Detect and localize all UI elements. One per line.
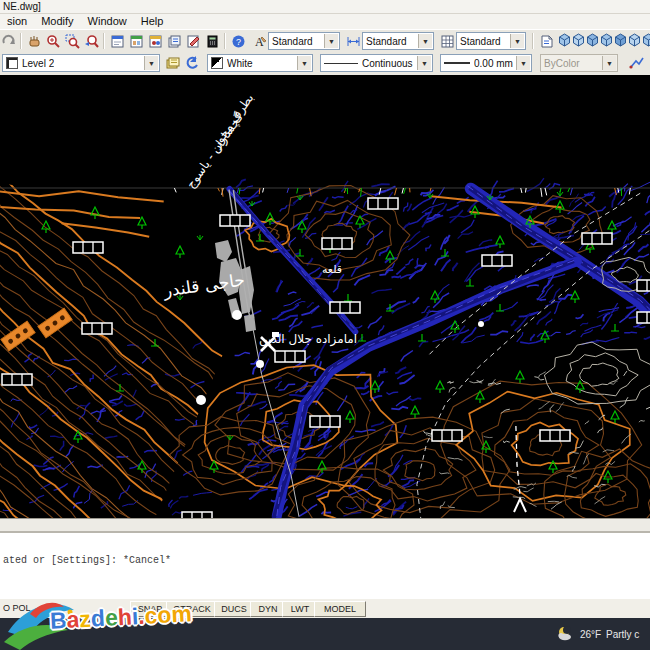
lineweight-sample-icon — [444, 62, 470, 64]
table-style-value: Standard — [460, 36, 501, 47]
standard-toolbar: ? A Standard ▼ Standard ▼ Standard ▼ — [0, 29, 650, 53]
building-block-white — [330, 302, 360, 313]
title-bar[interactable]: NE.dwg] — [0, 0, 650, 14]
status-bar: O POL SNAP OTRACK DUCS DYN LWT MODEL — [0, 598, 650, 619]
view-cube-icon[interactable] — [600, 32, 613, 48]
windows-taskbar: 26°F Partly c — [0, 618, 650, 650]
status-toggle-lwt[interactable]: LWT — [282, 601, 318, 617]
building-block-white — [322, 238, 352, 249]
svg-text:A: A — [255, 35, 264, 49]
status-toggle-otrack[interactable]: OTRACK — [166, 601, 218, 617]
menu-dimension-cropped[interactable]: sion — [0, 14, 34, 29]
command-window[interactable]: ated or [Settings]: *Cancel* — [0, 531, 650, 600]
dim-style-value: Standard — [366, 36, 407, 47]
chevron-down-icon[interactable]: ▼ — [516, 56, 530, 70]
layer-combo[interactable]: Level 2 ▼ — [2, 54, 160, 72]
new-sheet-icon[interactable] — [537, 32, 555, 50]
chevron-down-icon[interactable]: ▼ — [297, 56, 311, 70]
quickcalc-icon[interactable] — [203, 32, 221, 50]
toolbar-separator — [532, 33, 534, 49]
plot-style-value: ByColor — [544, 58, 580, 69]
view-cube-icon[interactable] — [572, 32, 585, 48]
view-cube-icon[interactable] — [558, 32, 571, 48]
designcenter-icon[interactable] — [127, 32, 145, 50]
building-block-white — [2, 374, 32, 385]
building-block-white — [637, 280, 650, 291]
chevron-down-icon[interactable]: ▼ — [417, 56, 431, 70]
chevron-down-icon[interactable]: ▼ — [510, 34, 524, 48]
lineweight-combo[interactable]: 0.00 mm ▼ — [440, 54, 532, 72]
table-style-icon[interactable] — [438, 32, 456, 50]
status-toggle-snap[interactable]: SNAP — [130, 601, 170, 617]
sheetset-manager-icon[interactable] — [165, 32, 183, 50]
dim-style-icon[interactable] — [344, 32, 362, 50]
zoom-window-icon[interactable] — [63, 32, 81, 50]
status-toggle-model[interactable]: MODEL — [314, 601, 366, 617]
menu-help[interactable]: Help — [134, 14, 171, 29]
building-block-white — [637, 312, 650, 323]
redo-icon[interactable] — [0, 32, 18, 50]
layer-previous-icon[interactable] — [183, 54, 201, 72]
zoom-previous-icon[interactable] — [82, 32, 100, 50]
menu-modify[interactable]: Modify — [34, 14, 80, 29]
view-cube-icon[interactable] — [642, 32, 650, 48]
shrine-label: امامزاده جلال الدین — [259, 332, 357, 347]
layer-state-icon — [6, 57, 18, 69]
status-toggle-ducs[interactable]: DUCS — [214, 601, 254, 617]
chevron-down-icon[interactable]: ▼ — [144, 56, 158, 70]
make-layer-current-icon[interactable] — [628, 54, 646, 72]
weather-icon[interactable] — [556, 625, 574, 643]
building-block-white — [540, 430, 570, 441]
castle-label: قلعه — [322, 263, 342, 276]
chevron-down-icon: ▼ — [602, 56, 616, 70]
dim-style-combo[interactable]: Standard ▼ — [362, 32, 434, 50]
svg-text:?: ? — [235, 37, 240, 47]
status-toggle-dyn[interactable]: DYN — [250, 601, 286, 617]
text-style-combo[interactable]: Standard ▼ — [268, 32, 340, 50]
weather-condition[interactable]: Partly c — [606, 629, 639, 640]
menu-window[interactable]: Window — [81, 14, 134, 29]
linetype-combo[interactable]: Continuous ▼ — [320, 54, 433, 72]
toolbar-separator — [224, 33, 226, 49]
chevron-down-icon[interactable]: ▼ — [418, 34, 432, 48]
building-block-white — [275, 351, 305, 362]
toolpalettes-icon[interactable] — [146, 32, 164, 50]
help-icon[interactable]: ? — [229, 32, 247, 50]
layers-properties-toolbar: Level 2 ▼ White ▼ Continuous ▼ 0.00 mm ▼… — [0, 51, 650, 76]
layer-value: Level 2 — [22, 58, 54, 69]
survey-point — [196, 395, 206, 405]
autocad-window: NE.dwg] sion Modify Window Help — [0, 0, 650, 650]
building-block-white — [582, 233, 612, 244]
drawing-canvas[interactable]: بطرف محورگچساران - یاسوجحاجی قلندرقلعهام… — [0, 75, 650, 518]
topographic-map: بطرف محورگچساران - یاسوجحاجی قلندرقلعهام… — [0, 75, 650, 518]
view-cube-icon[interactable] — [628, 32, 641, 48]
weather-temperature[interactable]: 26°F — [580, 629, 601, 640]
building-block-white — [220, 215, 250, 226]
view-cube-icon[interactable] — [586, 32, 599, 48]
building-block-white — [368, 198, 398, 209]
menu-bar: sion Modify Window Help — [0, 14, 650, 29]
color-combo[interactable]: White ▼ — [207, 54, 313, 72]
window-title: NE.dwg] — [3, 1, 41, 12]
status-fragment: O POL — [3, 603, 31, 613]
text-style-icon[interactable]: A — [250, 32, 268, 50]
building-block-white — [482, 255, 512, 266]
table-style-combo[interactable]: Standard ▼ — [456, 32, 526, 50]
toolbar-separator — [20, 33, 22, 49]
chevron-down-icon[interactable]: ▼ — [324, 34, 338, 48]
view-cube-icon[interactable] — [614, 32, 627, 48]
pan-icon[interactable] — [25, 32, 43, 50]
plot-style-combo: ByColor ▼ — [540, 54, 618, 72]
command-history-line: ated or [Settings]: *Cancel* — [3, 555, 171, 566]
linetype-sample-icon — [324, 63, 358, 64]
zoom-realtime-icon[interactable] — [44, 32, 62, 50]
color-swatch-icon — [211, 57, 223, 69]
visual-styles-group — [558, 32, 650, 48]
properties-icon[interactable] — [108, 32, 126, 50]
survey-point — [256, 360, 264, 368]
linetype-value: Continuous — [362, 58, 413, 69]
survey-point — [478, 321, 484, 327]
layer-properties-icon[interactable] — [164, 54, 182, 72]
text-style-value: Standard — [272, 36, 313, 47]
markup-icon[interactable] — [184, 32, 202, 50]
